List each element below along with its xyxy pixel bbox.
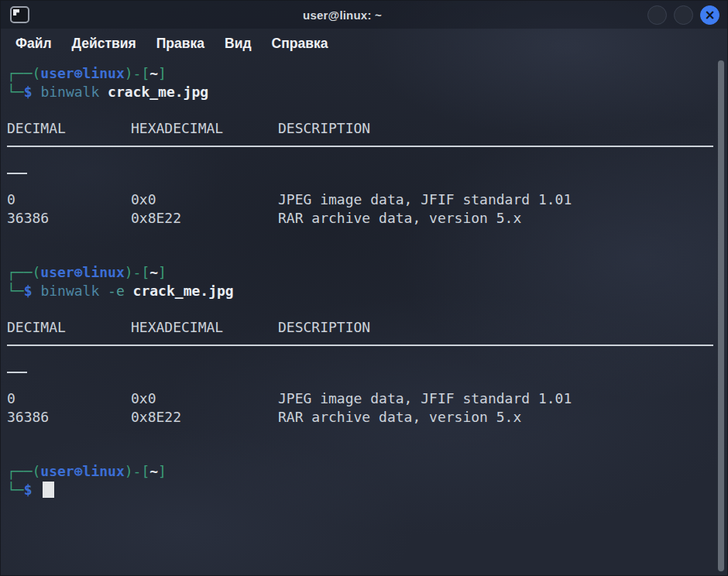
table-cell-decimal: 0: [7, 389, 131, 408]
table-header-hexadecimal: HEXADECIMAL: [131, 119, 278, 138]
table-cell-decimal: 36386: [7, 408, 131, 427]
prompt-frame: ]: [158, 463, 167, 479]
prompt-frame: )-[: [125, 463, 150, 479]
close-button[interactable]: ×: [700, 5, 719, 25]
prompt-frame: ┌──(: [7, 264, 40, 280]
table-header-decimal: DECIMAL: [7, 119, 131, 138]
prompt-line-bottom: └─$ binwalk crack_me.jpg: [7, 83, 710, 101]
table-separator-wrap: [7, 173, 710, 191]
scrollbar-thumb[interactable]: [718, 60, 724, 571]
table-header-row: DECIMALHEXADECIMALDESCRIPTION: [7, 119, 710, 138]
table-header-decimal: DECIMAL: [7, 318, 131, 337]
prompt-frame: )-[: [125, 264, 150, 280]
blank-line: [7, 101, 710, 119]
prompt-user: user: [40, 65, 74, 81]
prompt-cwd: ~: [149, 463, 158, 479]
table-cell-decimal: 0: [7, 190, 131, 209]
menu-bar: ФайлДействияПравкаВидСправка: [1, 29, 727, 58]
table-header-row: DECIMALHEXADECIMALDESCRIPTION: [7, 318, 710, 337]
prompt-char: $: [24, 84, 41, 100]
command-argument: crack_me.jpg: [108, 84, 208, 100]
menu-item-help[interactable]: Справка: [262, 33, 338, 55]
menu-item-file[interactable]: Файл: [5, 33, 62, 55]
command-flag: -e: [108, 283, 125, 299]
menu-item-view[interactable]: Вид: [215, 33, 262, 55]
table-row: 363860x8E22RAR archive data, version 5.x: [7, 209, 710, 228]
table-row: 00x0JPEG image data, JFIF standard 1.01: [7, 190, 710, 209]
prompt-char: $: [24, 283, 41, 299]
prompt-frame: )-[: [125, 65, 150, 81]
prompt-char: $: [24, 482, 41, 498]
table-cell-hexadecimal: 0x8E22: [131, 408, 278, 427]
command-argument: crack_me.jpg: [133, 283, 234, 299]
prompt-line-bottom: └─$: [7, 481, 710, 499]
table-cell-hexadecimal: 0x0: [131, 190, 278, 209]
table-row: 363860x8E22RAR archive data, version 5.x: [7, 408, 710, 427]
table-header-description: DESCRIPTION: [278, 319, 370, 335]
table-cell-decimal: 36386: [7, 209, 131, 228]
title-bar: user@linux: ~ ×: [1, 1, 727, 29]
prompt-frame: └─: [7, 482, 24, 498]
blank-line: [7, 426, 710, 444]
table-header-hexadecimal: HEXADECIMAL: [131, 318, 278, 337]
separator-rule: [7, 345, 713, 346]
table-header-description: DESCRIPTION: [278, 120, 370, 136]
kali-at-icon: ⊕: [74, 65, 83, 81]
window-title: user@linux: ~: [1, 9, 684, 22]
command-program: binwalk: [40, 84, 99, 100]
prompt-host: linux: [83, 65, 125, 81]
prompt-cwd: ~: [149, 264, 158, 280]
terminal-body[interactable]: ┌──(user⊕linux)-[~]└─$ binwalk crack_me.…: [1, 58, 727, 575]
prompt-user: user: [40, 463, 74, 479]
table-separator-wrap: [7, 372, 710, 390]
prompt-frame: └─: [7, 283, 24, 299]
table-cell-hexadecimal: 0x8E22: [131, 209, 278, 228]
prompt-frame: ]: [158, 264, 167, 280]
scrollbar-track[interactable]: [716, 59, 726, 573]
prompt-frame: └─: [7, 84, 24, 100]
table-separator: [7, 146, 710, 164]
prompt-cwd: ~: [149, 65, 158, 81]
terminal-cursor: [43, 482, 54, 498]
table-cell-description: RAR archive data, version 5.x: [278, 210, 521, 226]
blank-line: [7, 300, 710, 318]
blank-line: [7, 227, 710, 245]
table-cell-description: JPEG image data, JFIF standard 1.01: [278, 191, 572, 207]
blank-line: [7, 245, 710, 264]
table-cell-hexadecimal: 0x0: [131, 389, 278, 408]
kali-at-icon: ⊕: [74, 264, 83, 280]
prompt-host: linux: [83, 463, 125, 479]
prompt-frame: ┌──(: [7, 463, 40, 479]
prompt-line-top: ┌──(user⊕linux)-[~]: [7, 263, 710, 282]
prompt-frame: ┌──(: [7, 65, 40, 81]
prompt-frame: ]: [158, 65, 167, 81]
blank-line: [7, 444, 710, 463]
table-separator: [7, 345, 710, 363]
separator-rule: [7, 146, 713, 147]
terminal-window: user@linux: ~ × ФайлДействияПравкаВидСпр…: [0, 0, 728, 576]
table-cell-description: JPEG image data, JFIF standard 1.01: [278, 390, 572, 406]
separator-rule-wrap: [7, 372, 27, 373]
menu-item-edit[interactable]: Правка: [146, 33, 215, 55]
table-cell-description: RAR archive data, version 5.x: [278, 409, 521, 425]
prompt-host: linux: [83, 264, 125, 280]
kali-at-icon: ⊕: [74, 463, 83, 479]
prompt-line-top: ┌──(user⊕linux)-[~]: [7, 462, 710, 481]
prompt-user: user: [40, 264, 74, 280]
menu-item-actions[interactable]: Действия: [62, 33, 146, 55]
command-program: binwalk: [40, 283, 99, 299]
prompt-line-bottom: └─$ binwalk -e crack_me.jpg: [7, 282, 710, 300]
prompt-line-top: ┌──(user⊕linux)-[~]: [7, 64, 710, 83]
table-row: 00x0JPEG image data, JFIF standard 1.01: [7, 389, 710, 408]
separator-rule-wrap: [7, 173, 27, 174]
